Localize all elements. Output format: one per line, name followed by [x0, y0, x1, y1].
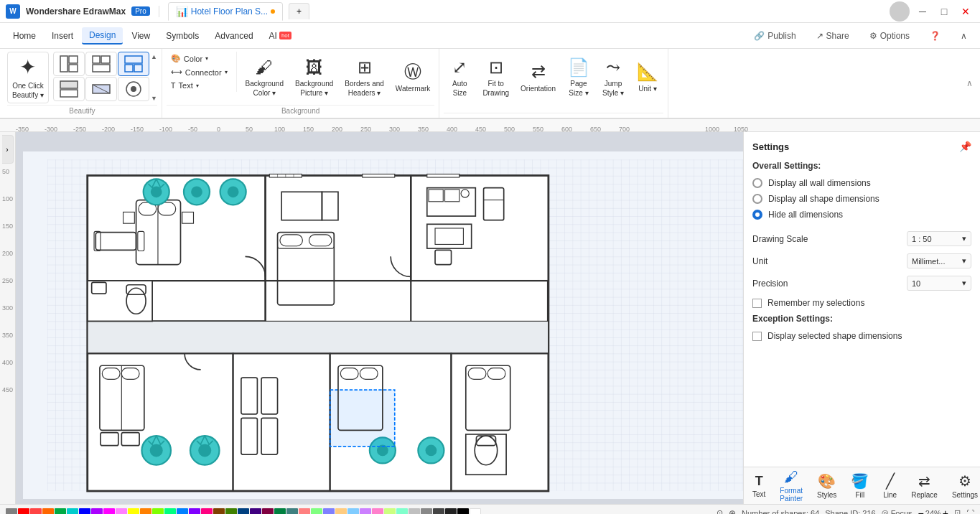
- connector-button[interactable]: ⟷ Connector ▾: [167, 65, 232, 79]
- color-swatch-brown[interactable]: [213, 508, 225, 515]
- unit-button[interactable]: 📐 Unit ▾: [632, 52, 663, 103]
- color-swatch-blue[interactable]: [79, 508, 90, 515]
- collapse-button[interactable]: ∧: [953, 28, 974, 44]
- pin-icon[interactable]: 📌: [959, 141, 971, 152]
- user-avatar[interactable]: [890, 1, 910, 22]
- color-swatch-skyblue[interactable]: [177, 508, 188, 515]
- color-swatch-purple[interactable]: [91, 508, 103, 515]
- fit-view-button[interactable]: ⊡: [954, 508, 961, 514]
- radio-shape-dimensions[interactable]: Display all shape dimensions: [752, 194, 971, 204]
- color-swatch-lightlime[interactable]: [384, 508, 396, 515]
- radio-wall-dimensions[interactable]: Display all wall dimensions: [752, 178, 971, 188]
- menu-design[interactable]: Design: [82, 27, 123, 45]
- color-swatch-lightred[interactable]: [30, 508, 42, 515]
- zoom-out-button[interactable]: −: [918, 508, 924, 515]
- style-btn-4[interactable]: [53, 77, 85, 101]
- color-swatch-silver[interactable]: [409, 508, 420, 515]
- text-ribbon-button[interactable]: T Text ▾: [167, 79, 232, 92]
- color-swatch-maroon[interactable]: [262, 508, 274, 515]
- focus-button[interactable]: ◎ Focus: [882, 508, 913, 514]
- color-swatch-lavender[interactable]: [360, 508, 371, 515]
- fullscreen-button[interactable]: ⛶: [966, 509, 974, 515]
- add-page-status[interactable]: ⊕: [729, 508, 736, 515]
- color-button[interactable]: 🎨 Color ▾: [167, 52, 232, 65]
- color-swatch-olive[interactable]: [225, 508, 237, 515]
- tab-active[interactable]: 📊 Hotel Floor Plan S...: [168, 2, 283, 21]
- menu-advanced[interactable]: Advanced: [207, 28, 260, 44]
- color-swatch-red[interactable]: [18, 508, 29, 515]
- color-swatch-lime[interactable]: [152, 508, 164, 515]
- orientation-button[interactable]: ⇄ Orientation: [516, 52, 560, 103]
- settings-tool-button[interactable]: ⚙ Settings: [949, 471, 980, 500]
- fit-to-drawing-button[interactable]: ⊡ Fit toDrawing: [478, 52, 513, 103]
- watermark-button[interactable]: Ⓦ Watermark: [391, 52, 435, 103]
- help-button[interactable]: ❓: [923, 28, 948, 44]
- auto-size-button[interactable]: ⤢ AutoSize: [444, 52, 475, 103]
- expand-up[interactable]: ▲: [151, 53, 157, 60]
- color-swatch-peach[interactable]: [335, 508, 347, 515]
- page-tab-status[interactable]: ⊙: [717, 508, 723, 514]
- menu-insert[interactable]: Insert: [45, 28, 80, 44]
- ribbon-collapse[interactable]: ∧: [962, 49, 977, 118]
- color-swatch-lightblue[interactable]: [347, 508, 359, 515]
- color-swatch-aquamarine[interactable]: [396, 508, 408, 515]
- color-swatch-amber[interactable]: [140, 508, 151, 515]
- close-button[interactable]: ✕: [957, 3, 974, 20]
- color-swatch-white[interactable]: [470, 508, 481, 515]
- share-button[interactable]: ↗ Share: [809, 28, 857, 44]
- color-swatch-violet[interactable]: [189, 508, 200, 515]
- menu-view[interactable]: View: [124, 28, 157, 44]
- options-button[interactable]: ⚙ Options: [862, 28, 917, 44]
- style-btn-6[interactable]: [118, 77, 149, 101]
- menu-home[interactable]: Home: [6, 28, 43, 44]
- display-selected-item[interactable]: Display selected shape dimensions: [752, 331, 971, 341]
- color-swatch-magenta[interactable]: [103, 508, 115, 515]
- color-swatch-salmon[interactable]: [299, 508, 310, 515]
- precision-select[interactable]: 10 ▾: [907, 276, 971, 291]
- radio-hide-dimensions[interactable]: Hide all dimensions: [752, 210, 971, 220]
- drawing-scale-select[interactable]: 1 : 50 ▾: [907, 231, 971, 246]
- canvas-area[interactable]: [16, 132, 743, 504]
- one-click-beautify-button[interactable]: ✦ One ClickBeautify ▾: [7, 52, 49, 103]
- publish-button[interactable]: 🔗 Publish: [747, 28, 803, 44]
- color-swatch-slate[interactable]: [286, 508, 298, 515]
- fill-button[interactable]: 🪣 Fill: [848, 471, 872, 500]
- style-btn-1[interactable]: [53, 52, 85, 76]
- color-swatch-gray[interactable]: [6, 508, 17, 515]
- color-swatch-forest[interactable]: [274, 508, 286, 515]
- bg-color-button[interactable]: 🖌 BackgroundColor ▾: [241, 52, 288, 103]
- color-swatch-near-black[interactable]: [445, 508, 457, 515]
- style-btn-5[interactable]: [85, 77, 117, 101]
- zoom-in-button[interactable]: +: [943, 508, 948, 515]
- left-panel-collapse[interactable]: ›: [2, 135, 14, 164]
- color-swatch-green[interactable]: [55, 508, 66, 515]
- styles-button[interactable]: 🎨 Styles: [814, 471, 839, 500]
- color-swatch-hotpink[interactable]: [372, 508, 383, 515]
- color-swatch-navy[interactable]: [238, 508, 249, 515]
- color-swatch-periwinkle[interactable]: [323, 508, 335, 515]
- page-size-button[interactable]: 📄 PageSize ▾: [563, 52, 594, 103]
- unit-select[interactable]: Millimet... ▾: [907, 253, 971, 268]
- text-tool-button[interactable]: T Text: [750, 472, 768, 500]
- line-button[interactable]: ╱ Line: [880, 471, 900, 500]
- replace-button[interactable]: ⇄ Replace: [908, 471, 941, 500]
- color-swatch-indigo[interactable]: [250, 508, 261, 515]
- borders-headers-button[interactable]: ⊞ Borders andHeaders ▾: [340, 52, 388, 103]
- color-swatch-pink[interactable]: [116, 508, 127, 515]
- color-swatch-orange[interactable]: [42, 508, 54, 515]
- tab-new[interactable]: +: [289, 3, 309, 19]
- color-swatch-yellow[interactable]: [128, 508, 139, 515]
- color-swatch-teal[interactable]: [67, 508, 78, 515]
- color-swatch-medium-gray[interactable]: [421, 508, 432, 515]
- style-btn-2[interactable]: [85, 52, 117, 76]
- color-swatch-rose[interactable]: [201, 508, 213, 515]
- color-swatch-dark-gray[interactable]: [433, 508, 444, 515]
- color-swatch-black[interactable]: [457, 508, 469, 515]
- format-painter-button[interactable]: 🖌 FormatPainter: [777, 467, 806, 504]
- minimize-button[interactable]: ─: [914, 3, 931, 20]
- color-swatch-mint[interactable]: [164, 508, 176, 515]
- expand-down[interactable]: ▼: [151, 95, 157, 102]
- bg-picture-button[interactable]: 🖼 BackgroundPicture ▾: [291, 52, 337, 103]
- menu-symbols[interactable]: Symbols: [159, 28, 206, 44]
- maximize-button[interactable]: □: [935, 3, 953, 20]
